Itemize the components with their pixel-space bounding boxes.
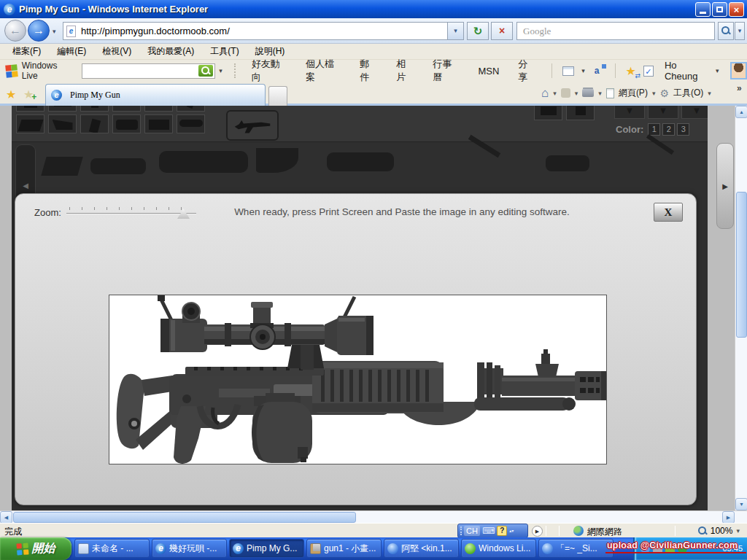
part-tile[interactable] (144, 106, 173, 112)
active-weapon-tab[interactable] (226, 110, 279, 141)
live-item-whats-new[interactable]: 好友動向 (252, 58, 287, 84)
search-input[interactable] (522, 25, 714, 38)
search-options-dropdown[interactable]: ▾ (735, 22, 745, 40)
menu-tools[interactable]: 工具(T) (202, 44, 247, 59)
live-item-msn[interactable]: MSN (478, 66, 499, 77)
part-tile[interactable] (534, 106, 562, 120)
live-item-profile[interactable]: 個人檔案 (306, 58, 341, 84)
part-silhouette[interactable] (41, 157, 82, 176)
part-tile[interactable] (48, 114, 77, 133)
menu-view[interactable]: 檢視(V) (94, 44, 139, 59)
address-bar[interactable]: e ▾ (63, 22, 464, 40)
toolbar-overflow-chevron[interactable]: » (737, 83, 742, 93)
part-tile[interactable] (80, 114, 109, 133)
menu-help[interactable]: 說明(H) (247, 44, 293, 59)
mail-form-icon[interactable] (562, 66, 574, 76)
language-help-icon[interactable]: ? (497, 526, 507, 536)
vertical-scrollbar[interactable]: ▲ ▼ (735, 106, 747, 510)
task-button-messenger-chat[interactable]: 阿堅 <kin.1... (384, 539, 459, 558)
language-bar[interactable]: CH ⌨ ? ▴▾ (457, 524, 528, 538)
back-button[interactable]: ← (4, 20, 26, 42)
part-tile[interactable] (16, 106, 44, 112)
search-button[interactable] (718, 22, 734, 40)
user-avatar[interactable] (730, 62, 747, 79)
live-search-input[interactable] (82, 65, 198, 77)
part-tile[interactable] (177, 114, 205, 133)
part-silhouette[interactable] (327, 152, 394, 171)
part-silhouette[interactable] (90, 158, 146, 174)
page-zoom-level[interactable]: 100% (711, 526, 733, 536)
start-button[interactable]: 開始 (0, 537, 71, 560)
live-item-mail[interactable]: 郵件 (360, 58, 377, 84)
menu-favorites[interactable]: 我的最愛(A) (139, 44, 202, 59)
task-button-notepad[interactable]: 未命名 - ... (74, 539, 150, 558)
color-1-button[interactable]: 1 (648, 123, 660, 136)
favorites-center-icon[interactable]: ★ (6, 88, 16, 101)
new-tab-stub[interactable] (268, 86, 287, 106)
scroll-right-button[interactable]: ▶ (722, 511, 735, 524)
mail-form-dropdown[interactable]: ▾ (581, 67, 585, 74)
part-tile[interactable] (112, 114, 141, 133)
language-bar-grip[interactable] (460, 526, 462, 535)
live-item-share[interactable]: 分享 (518, 58, 535, 84)
stop-button[interactable]: × (491, 22, 513, 40)
live-search-box[interactable] (82, 63, 215, 79)
minimize-button[interactable] (695, 2, 711, 17)
part-tile[interactable] (144, 114, 173, 133)
scroll-parts-right-button[interactable]: ▶ (716, 143, 734, 229)
scroll-down-button[interactable]: ▼ (735, 498, 747, 510)
close-button[interactable]: × (729, 2, 744, 17)
live-item-calendar[interactable]: 行事曆 (433, 58, 459, 84)
forward-button[interactable]: → (28, 20, 50, 42)
part-tile[interactable] (80, 106, 109, 112)
web-search-box[interactable] (516, 22, 715, 40)
home-icon[interactable]: ⌂ (541, 88, 549, 98)
part-tile[interactable] (112, 106, 141, 112)
user-dropdown[interactable]: ▾ (716, 67, 719, 74)
color-2-button[interactable]: 2 (662, 123, 675, 136)
menu-edit[interactable]: 編輯(E) (49, 44, 94, 59)
tools-menu-dropdown[interactable]: ▾ (708, 90, 711, 97)
translate-icon[interactable]: a (595, 66, 605, 77)
address-dropdown-button[interactable]: ▾ (447, 23, 463, 39)
live-search-dropdown[interactable]: ▾ (219, 67, 222, 74)
page-zoom-control[interactable]: 100% ▾ (698, 526, 740, 536)
layer-button[interactable]: ▼ (614, 106, 645, 119)
task-button-paint[interactable]: gun1 - 小畫... (306, 539, 382, 558)
refresh-button[interactable]: ↻ (467, 22, 489, 40)
history-dropdown-icon[interactable]: ▾ (53, 28, 56, 35)
layer-button[interactable]: ▼ (648, 106, 678, 119)
keyboard-icon[interactable]: ⌨ (482, 526, 495, 535)
zoom-slider-track[interactable] (66, 213, 196, 214)
part-silhouette[interactable] (546, 155, 589, 171)
task-button-messenger-chat-2[interactable]: 「=~ _Si... (538, 539, 614, 558)
horizontal-scroll-thumb[interactable] (13, 512, 356, 523)
task-button-ie-1[interactable]: e幾好玩唄 -... (152, 539, 227, 558)
signed-in-user[interactable]: Ho Cheung (665, 60, 709, 82)
address-input[interactable] (80, 25, 447, 37)
color-3-button[interactable]: 3 (677, 123, 689, 136)
add-favorite-icon[interactable]: ★ (23, 88, 34, 101)
favorites-sync-icon[interactable]: ★ (626, 64, 636, 78)
part-tile[interactable] (177, 106, 205, 112)
page-zoom-dropdown[interactable]: ▾ (736, 527, 740, 534)
zoom-slider[interactable] (66, 206, 196, 225)
print-dropdown[interactable]: ▾ (598, 90, 602, 97)
vertical-scroll-thumb[interactable] (736, 192, 747, 338)
layer-button[interactable]: ▼ (681, 106, 708, 119)
language-indicator[interactable]: CH (464, 526, 480, 536)
modal-close-button[interactable]: X (654, 203, 683, 222)
tools-menu-label[interactable]: 工具(O) (673, 87, 703, 99)
scroll-left-button[interactable]: ◀ (0, 511, 12, 524)
page-menu-label[interactable]: 網頁(P) (619, 87, 648, 99)
language-bar-options[interactable]: ▴▾ (509, 529, 514, 533)
menu-file[interactable]: 檔案(F) (4, 44, 49, 59)
home-dropdown[interactable]: ▾ (553, 90, 557, 97)
tab-pimp-my-gun[interactable]: e Pimp My Gun (45, 84, 266, 106)
live-search-button[interactable] (198, 65, 213, 77)
rss-feed-icon[interactable] (561, 88, 570, 98)
checklist-icon[interactable]: ✓ (643, 66, 654, 77)
horizontal-scrollbar[interactable]: ◀ ▶ (0, 510, 747, 523)
maximize-button[interactable] (712, 2, 727, 17)
scroll-up-button[interactable]: ▲ (735, 106, 747, 118)
